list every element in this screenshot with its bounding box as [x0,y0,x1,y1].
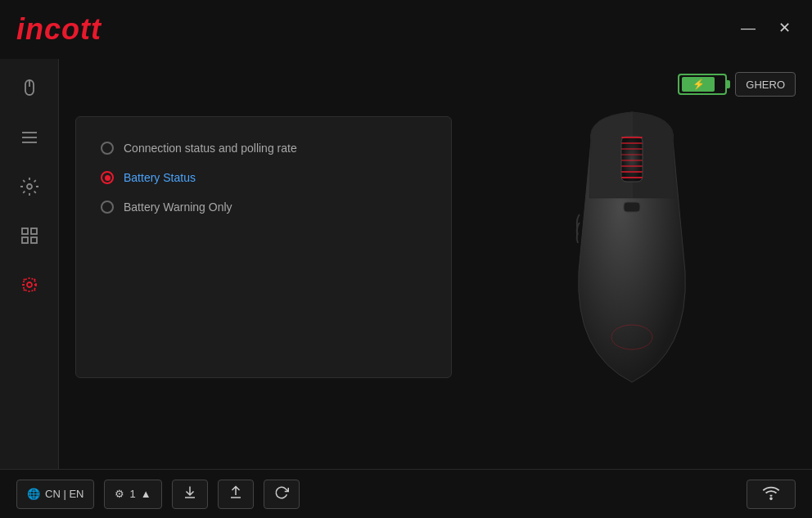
radio-group: Connection status and polling rate Batte… [101,142,426,214]
profile-number: 1 [129,488,135,500]
svg-rect-21 [621,177,643,178]
radio-battery-warning[interactable]: Battery Warning Only [101,200,426,214]
sidebar-item-macros[interactable] [8,116,51,159]
radio-circle-battery-warning [101,200,114,214]
app-logo: incott [16,12,102,47]
svg-point-24 [770,498,772,499]
window-controls: — ✕ [737,16,796,39]
svg-point-5 [27,184,32,189]
wifi-icon [762,484,780,504]
svg-point-10 [27,282,32,287]
minimize-button[interactable]: — [737,16,760,39]
sidebar-item-mouse[interactable] [8,67,51,110]
radio-circle-connection [101,142,114,155]
sidebar-item-advanced[interactable] [8,264,51,306]
radio-circle-battery-status [101,171,114,184]
wifi-button[interactable] [747,480,796,509]
sync-button[interactable] [264,480,300,509]
svg-rect-14 [621,137,643,138]
bottom-bar: 🌐 CN | EN ⚙ 1 ▲ [0,469,812,518]
mouse-image-area [468,92,796,403]
svg-rect-16 [621,148,643,150]
radio-label-battery-status: Battery Status [124,171,196,184]
close-button[interactable]: ✕ [773,16,796,39]
sync-icon [274,485,289,502]
upload-icon [228,485,243,502]
language-button[interactable]: 🌐 CN | EN [16,480,94,509]
upload-button[interactable] [218,480,254,509]
radio-connection[interactable]: Connection status and polling rate [101,142,426,155]
language-label: CN | EN [45,488,83,500]
download-button[interactable] [172,480,208,509]
svg-rect-18 [621,160,643,161]
globe-icon: 🌐 [27,488,40,500]
svg-rect-20 [621,171,643,173]
radio-battery-status[interactable]: Battery Status [101,171,426,184]
svg-rect-15 [621,142,643,144]
svg-rect-17 [621,154,643,155]
svg-rect-22 [624,202,640,212]
sliders-icon: ⚙ [115,488,124,500]
title-bar: incott — ✕ [0,0,812,59]
sidebar [0,59,59,469]
sidebar-item-settings[interactable] [8,165,51,208]
main-content: Connection status and polling rate Batte… [59,59,812,469]
svg-rect-9 [31,237,37,243]
svg-rect-7 [31,228,37,234]
profile-button[interactable]: ⚙ 1 ▲ [104,480,161,509]
svg-rect-19 [621,165,643,167]
radio-label-connection: Connection status and polling rate [124,142,297,155]
radio-label-battery-warning: Battery Warning Only [124,200,232,214]
svg-rect-6 [22,228,28,234]
sidebar-item-grid[interactable] [8,214,51,257]
download-icon [183,485,197,502]
svg-rect-8 [22,237,28,243]
svg-point-11 [23,278,36,291]
mouse-svg [542,92,722,403]
chevron-up-icon: ▲ [141,488,151,500]
options-panel: Connection status and polling rate Batte… [75,116,452,378]
